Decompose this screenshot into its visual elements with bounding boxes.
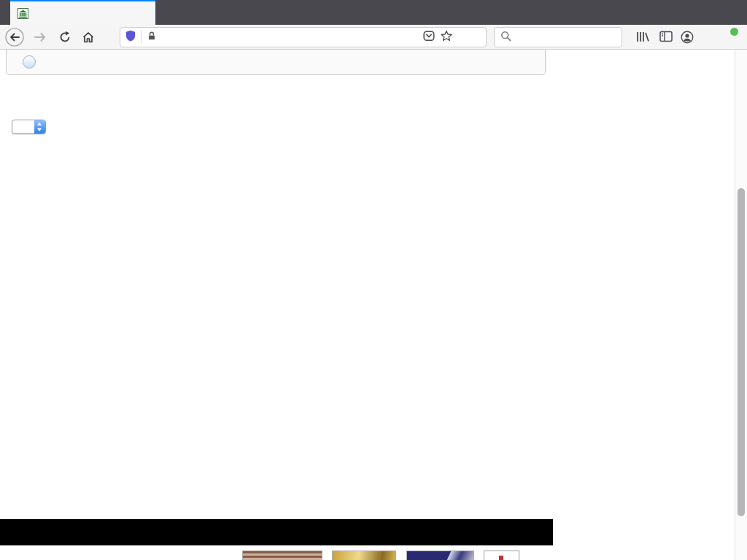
vertical-scrollbar[interactable] (735, 50, 747, 560)
results-per-page-value (12, 120, 34, 133)
results-per-page (6, 120, 46, 134)
update-badge-icon (730, 28, 738, 36)
reload-button[interactable] (55, 28, 74, 47)
account-icon[interactable] (681, 31, 694, 47)
new-tab-button[interactable] (162, 4, 179, 21)
forward-button[interactable] (31, 28, 50, 47)
info-icon (23, 55, 36, 69)
results-per-page-select[interactable] (12, 120, 46, 134)
home-button[interactable] (79, 28, 98, 47)
nara-favicon-icon (18, 8, 28, 19)
search-icon (500, 31, 511, 44)
tab-close-icon[interactable] (139, 7, 151, 19)
tab-bar (0, 0, 747, 25)
sidebar-toggle-icon[interactable] (659, 31, 673, 45)
footer-bar (0, 519, 553, 545)
back-button[interactable] (5, 28, 24, 47)
tracking-protection-shield-icon[interactable] (125, 30, 136, 44)
select-stepper-icon (34, 120, 45, 133)
exhibit-thumbnail-2[interactable] (332, 551, 396, 560)
exhibit-thumbnail-3[interactable] (406, 551, 474, 560)
pocket-icon[interactable] (423, 31, 435, 44)
url-bar[interactable] (120, 27, 487, 47)
library-icon[interactable] (635, 31, 650, 46)
navigation-toolbar (0, 25, 747, 50)
search-bar[interactable] (494, 27, 622, 47)
description-box (6, 50, 546, 75)
browser-tab[interactable] (10, 0, 155, 25)
exhibit-thumbnail-4[interactable] (484, 551, 519, 560)
exhibit-thumbnail-1[interactable] (242, 551, 322, 560)
bookmark-star-icon[interactable] (441, 30, 452, 44)
menu-icon[interactable] (722, 31, 735, 42)
lock-icon[interactable] (147, 31, 157, 44)
page-content (0, 50, 747, 560)
series-notice (7, 50, 545, 74)
scrollbar-thumb[interactable] (738, 188, 745, 516)
